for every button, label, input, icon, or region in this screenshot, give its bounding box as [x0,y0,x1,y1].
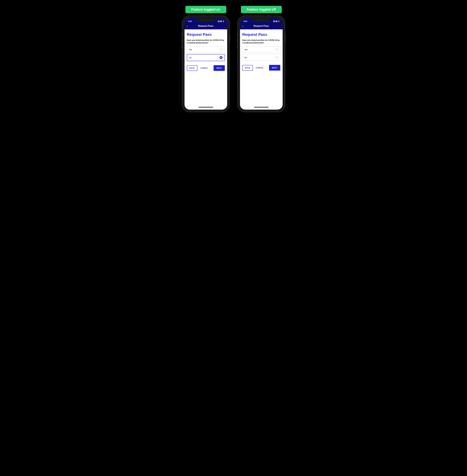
right-next-button[interactable]: NEXT [269,65,280,71]
left-screen-content: Request Pass Have you tested positive fo… [184,29,227,105]
right-home-indicator [240,105,283,109]
left-phone-outer: 3:03 ▐▐ 📶 🔋 ‹ Request Pass Request Pass … [182,16,229,112]
right-status-time: 3:04 [243,20,247,22]
left-option-yes-label: Yes [189,49,192,51]
left-option-yes[interactable]: Yes [187,46,225,53]
right-vol-down-button [237,45,238,49]
right-option-yes[interactable]: Yes [242,46,280,53]
left-home-indicator [184,105,227,109]
left-back-arrow[interactable]: ‹ [187,24,188,28]
right-option-no[interactable]: No [242,54,280,61]
right-nav-bar: ‹ Request Pass [240,23,283,29]
left-cancel-button[interactable]: CANCEL [199,66,209,71]
right-action-buttons: BACK CANCEL NEXT [242,65,280,71]
right-phone-outer: 3:04 ▐▐ 📶 🔋 ‹ Request Pass Request Pass … [238,16,285,112]
left-action-buttons: BACK CANCEL NEXT [187,65,225,71]
right-status-icons: ▐▐ 📶 🔋 [273,20,280,22]
left-next-button[interactable]: NEXT [214,65,225,71]
left-vol-up-button [182,39,182,43]
left-section: Feature toggled on 3:03 ▐▐ 📶 🔋 ‹ Request… [182,6,229,112]
right-option-yes-radio [275,48,278,51]
right-screen-content: Request Pass Have you tested positive fo… [240,29,283,105]
right-back-arrow[interactable]: ‹ [242,24,243,28]
right-notch [253,18,270,22]
right-vol-up-button [237,39,238,43]
right-option-no-label: No [245,56,247,59]
left-option-yes-radio [220,48,223,51]
right-nav-title: Request Pass [254,25,269,27]
left-status-time: 3:03 [187,20,192,22]
right-phone-inner: 3:04 ▐▐ 📶 🔋 ‹ Request Pass Request Pass … [240,18,283,109]
left-back-button[interactable]: BACK [187,65,197,71]
left-option-no[interactable]: No [187,54,225,61]
right-page-title: Request Pass [242,32,280,37]
right-option-yes-label: Yes [245,49,247,51]
left-signal-icon: ▐▐ [217,20,220,22]
left-nav-title: Request Pass [198,25,213,27]
left-question-text: Have you tested positive for COVID-19 by… [187,39,225,44]
left-vol-down-button [182,45,182,49]
right-battery-icon: 🔋 [278,20,280,22]
right-feature-badge: Feature toggled off [241,6,282,13]
left-option-no-label: No [189,56,192,59]
right-back-button[interactable]: BACK [242,65,253,71]
left-nav-bar: ‹ Request Pass [184,23,227,29]
left-phone-inner: 3:03 ▐▐ 📶 🔋 ‹ Request Pass Request Pass … [184,18,227,109]
right-home-bar [254,107,269,108]
left-battery-icon: 🔋 [222,20,224,22]
right-signal-icon: ▐▐ [273,20,275,22]
right-option-no-radio [275,56,278,59]
left-status-icons: ▐▐ 📶 🔋 [217,20,224,22]
left-option-no-radio [220,56,222,59]
left-feature-badge: Feature toggled on [185,6,226,13]
right-wifi-icon: 📶 [276,20,277,22]
right-section: Feature toggled off 3:04 ▐▐ 📶 🔋 ‹ Reques… [238,6,285,112]
left-home-bar [198,107,213,108]
page-container: Feature toggled on 3:03 ▐▐ 📶 🔋 ‹ Request… [182,6,285,112]
left-wifi-icon: 📶 [220,20,222,22]
right-cancel-button[interactable]: CANCEL [255,65,265,70]
left-notch [197,18,215,22]
right-question-text: Have you tested positive for COVID-19 by… [242,39,280,44]
left-page-title: Request Pass [187,32,225,37]
